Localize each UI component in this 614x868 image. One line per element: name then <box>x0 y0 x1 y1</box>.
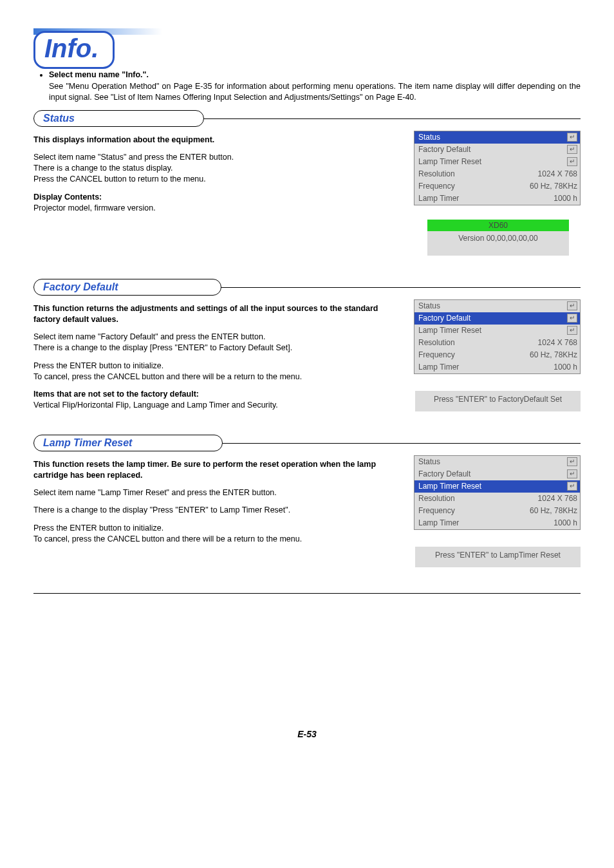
menu-label: Resolution <box>418 494 455 503</box>
menu-row-resolution: Resolution 1024 X 768 <box>414 337 580 349</box>
menu-value: 60 Hz, 78KHz <box>530 506 577 515</box>
menu-row-frequency: Frequency 60 Hz, 78KHz <box>414 180 580 193</box>
enter-icon: ↵ <box>567 326 577 335</box>
section-lamp-timer-columns: This function resets the lamp timer. Be … <box>33 455 581 567</box>
menu-row-lamp-timer-reset[interactable]: Lamp Timer Reset ↵ <box>414 480 580 493</box>
menu-row-resolution: Resolution 1024 X 768 <box>414 168 580 180</box>
lt-confirm-text: Press "ENTER" to LampTimer Reset <box>435 551 561 560</box>
status-p1-bold: This displays information about the equi… <box>33 135 214 144</box>
factory-default-left-column: This function returns the adjustments an… <box>33 299 381 411</box>
enter-icon: ↵ <box>567 314 577 323</box>
section-header-factory-default: Factory Default <box>33 279 581 296</box>
fd-confirm-panel: Press "ENTER" to FactoryDefault Set <box>415 391 581 411</box>
page-number: E-53 <box>33 729 581 739</box>
page-title-wrap: Info. <box>33 18 581 58</box>
fd-menu-panel: Status ↵ Factory Default ↵ Lamp Timer Re… <box>414 299 581 374</box>
lamp-timer-left-column: This function resets the lamp timer. Be … <box>33 455 381 545</box>
section-status-columns: This displays information about the equi… <box>33 131 581 256</box>
menu-label: Status <box>418 457 440 466</box>
enter-icon: ↵ <box>567 133 577 142</box>
menu-label: Resolution <box>418 338 455 347</box>
menu-row-lamp-timer: Lamp Timer 1000 h <box>414 193 580 205</box>
lt-p3: There is a change to the display "Press … <box>33 505 381 516</box>
enter-icon: ↵ <box>567 457 577 466</box>
menu-label: Frequency <box>418 506 455 515</box>
menu-value: 60 Hz, 78KHz <box>530 350 577 359</box>
status-p3-bold: Display Contents: <box>33 193 102 202</box>
enter-icon: ↵ <box>567 145 577 154</box>
menu-label: Factory Default <box>418 314 470 323</box>
menu-label: Lamp Timer Reset <box>418 482 481 491</box>
intro-bullet: Select menu name "Info.". <box>49 70 149 79</box>
enter-icon: ↵ <box>567 482 577 491</box>
menu-label: Status <box>418 301 440 310</box>
menu-value: 60 Hz, 78KHz <box>530 182 577 191</box>
menu-label: Lamp Timer <box>418 518 459 527</box>
menu-row-factory-default[interactable]: Factory Default ↵ <box>414 144 580 156</box>
fd-p4-bold: Items that are not set to the factory de… <box>33 390 199 399</box>
menu-value: 1024 X 768 <box>538 494 577 503</box>
menu-row-resolution: Resolution 1024 X 768 <box>414 493 580 505</box>
status-model: XD60 <box>427 220 569 231</box>
menu-row-factory-default[interactable]: Factory Default ↵ <box>414 468 580 480</box>
fd-p2: Select item name "Factory Default" and p… <box>33 332 381 354</box>
section-heading-text: Factory Default <box>43 281 118 292</box>
menu-row-status[interactable]: Status ↵ <box>414 300 580 312</box>
menu-row-frequency: Frequency 60 Hz, 78KHz <box>414 349 580 361</box>
fd-p1-bold: This function returns the adjustments an… <box>33 304 378 324</box>
fd-confirm-text: Press "ENTER" to FactoryDefault Set <box>434 395 562 404</box>
status-version: Version 00,00,00,00,00 <box>427 231 569 243</box>
status-p3-body: Projector model, firmware version. <box>33 203 156 212</box>
fd-p3: Press the ENTER button to initialize. To… <box>33 361 381 383</box>
section-heading-pill: Factory Default <box>33 279 221 296</box>
status-menu-panel: Status ↵ Factory Default ↵ Lamp Timer Re… <box>414 131 581 205</box>
enter-icon: ↵ <box>567 157 577 166</box>
menu-label: Resolution <box>418 169 455 178</box>
lt-menu-panel: Status ↵ Factory Default ↵ Lamp Timer Re… <box>414 455 581 530</box>
section-header-lamp-timer-reset: Lamp Timer Reset <box>33 435 581 451</box>
enter-icon: ↵ <box>567 301 577 310</box>
menu-value: 1000 h <box>554 363 577 372</box>
section-heading-text: Lamp Timer Reset <box>43 437 132 448</box>
menu-label: Factory Default <box>418 469 470 478</box>
menu-label: Lamp Timer <box>418 194 459 203</box>
menu-label: Lamp Timer Reset <box>418 326 481 335</box>
status-sub-panel: XD60 Version 00,00,00,00,00 <box>427 220 569 256</box>
menu-value: 1024 X 768 <box>538 338 577 347</box>
menu-label: Frequency <box>418 182 455 191</box>
section-factory-default-columns: This function returns the adjustments an… <box>33 299 581 411</box>
page-title-text: Info. <box>44 34 98 62</box>
lt-p1-bold: This function resets the lamp timer. Be … <box>33 460 376 480</box>
section-heading-text: Status <box>43 113 75 124</box>
menu-row-lamp-timer-reset[interactable]: Lamp Timer Reset ↵ <box>414 156 580 168</box>
lt-confirm-panel: Press "ENTER" to LampTimer Reset <box>415 547 581 567</box>
lamp-timer-right-column: Status ↵ Factory Default ↵ Lamp Timer Re… <box>393 455 581 567</box>
page-title-box: Info. <box>33 31 115 69</box>
status-left-column: This displays information about the equi… <box>33 131 381 214</box>
lt-p2: Select item name "Lamp Timer Reset" and … <box>33 487 381 498</box>
menu-row-status[interactable]: Status ↵ <box>414 456 580 468</box>
menu-label: Lamp Timer Reset <box>418 157 481 166</box>
menu-label: Lamp Timer <box>418 363 459 372</box>
factory-default-right-column: Status ↵ Factory Default ↵ Lamp Timer Re… <box>393 299 581 411</box>
menu-value: 1000 h <box>554 194 577 203</box>
menu-row-status[interactable]: Status ↵ <box>414 131 580 144</box>
menu-label: Frequency <box>418 350 455 359</box>
menu-row-lamp-timer: Lamp Timer 1000 h <box>414 517 580 529</box>
menu-row-lamp-timer-reset[interactable]: Lamp Timer Reset ↵ <box>414 325 580 337</box>
status-p2: Select item name "Status" and press the … <box>33 152 381 185</box>
fd-p4-body: Vertical Flip/Horizontal Flip, Language … <box>33 401 278 410</box>
intro-body: See "Menu Operation Method" on Page E-35… <box>49 81 581 104</box>
menu-row-lamp-timer: Lamp Timer 1000 h <box>414 361 580 373</box>
section-heading-pill: Lamp Timer Reset <box>33 435 223 451</box>
lt-p4: Press the ENTER button to initialize. To… <box>33 523 381 545</box>
menu-row-factory-default[interactable]: Factory Default ↵ <box>414 312 580 325</box>
menu-row-frequency: Frequency 60 Hz, 78KHz <box>414 505 580 517</box>
menu-value: 1024 X 768 <box>538 169 577 178</box>
status-right-column: Status ↵ Factory Default ↵ Lamp Timer Re… <box>393 131 581 256</box>
document-page: Info. Select menu name "Info.". See "Men… <box>0 0 614 752</box>
section-header-status: Status <box>33 110 581 127</box>
menu-value: 1000 h <box>554 518 577 527</box>
enter-icon: ↵ <box>567 469 577 478</box>
section-heading-pill: Status <box>33 110 204 127</box>
